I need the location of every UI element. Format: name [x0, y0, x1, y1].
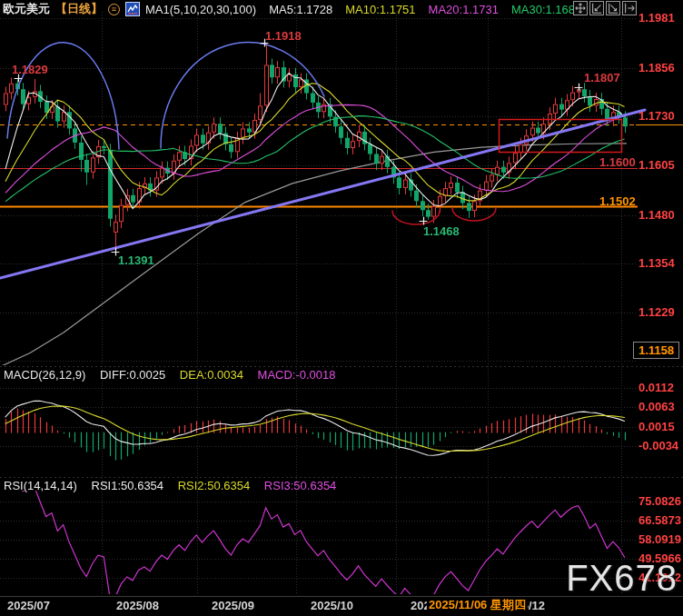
chart-canvas[interactable]: [0, 0, 683, 616]
rsi-axis-label: 58.0919: [638, 533, 681, 545]
annotation-label: 1.1391: [118, 254, 154, 266]
rsi-params-label: RSI(14,14,14): [4, 479, 77, 492]
ma20-value: MA20:1.1731: [429, 3, 499, 16]
chart-window: 欧元美元 【日线】 ≡ MA1(5,10,20,30,100) MA5:1.17…: [0, 0, 683, 616]
rsi-header: RSI(14,14,14) RSI1:50.6354 RSI2:50.6354 …: [4, 479, 347, 492]
macd-axis-label: 0.0015: [638, 421, 675, 432]
price-axis-label: 1.1981: [638, 12, 675, 24]
annotation-label: 1.1807: [584, 72, 620, 84]
crosshair-date-label: 2025/11/06 星期四: [427, 599, 528, 611]
annotation-label: 1.1829: [12, 64, 48, 75]
macd-hist-value: MACD:-0.0018: [258, 368, 336, 382]
header-bar: 欧元美元 【日线】 ≡ MA1(5,10,20,30,100) MA5:1.17…: [3, 2, 575, 16]
price-axis-label: 1.1856: [638, 62, 675, 74]
macd-params-label: MACD(26,12,9): [4, 368, 85, 382]
rsi1-value: RSI1:50.6354: [92, 479, 164, 492]
price-axis-label: 1.1480: [638, 209, 675, 221]
rsi-axis-label: 75.0826: [638, 495, 681, 507]
toolbar: [573, 1, 637, 15]
indicator-chart-icon[interactable]: [125, 2, 140, 16]
scale-axis-right-icon: [607, 2, 619, 15]
ma5-value: MA5:1.1728: [269, 3, 332, 16]
price-axis-label: 1.1229: [638, 306, 675, 318]
macd-axis-label: 0.0063: [638, 401, 675, 412]
macd-axis-label: -0.0034: [638, 440, 678, 452]
macd-header: MACD(26,12,9) DIFF:0.0025 DEA:0.0034 MAC…: [4, 368, 347, 382]
ma30-value: MA30:1.168: [511, 3, 575, 16]
price-axis-label: 1.1730: [638, 110, 675, 122]
period-label[interactable]: 【日线】: [55, 1, 103, 17]
price-axis-label: 1.1605: [638, 159, 675, 171]
rsi3-value: RSI3:50.6354: [264, 479, 337, 492]
annotation-label: 1.1502: [599, 195, 636, 207]
chart-settings-icon[interactable]: ≡: [108, 4, 120, 15]
zigzag-icon: [127, 4, 138, 15]
macd-diff-value: DIFF:0.0025: [100, 368, 165, 382]
pan-button[interactable]: [573, 1, 588, 15]
pan-right-icon: [623, 2, 636, 15]
macd-dea-value: DEA:0.0034: [180, 368, 243, 382]
rsi2-value: RSI2:50.6354: [178, 479, 251, 492]
annotation-label: 1.1468: [423, 225, 460, 237]
symbol-label: 欧元美元: [3, 1, 50, 17]
date-axis-label: 2025/09: [212, 600, 254, 611]
date-axis-label: 2025/08: [116, 600, 159, 611]
date-axis-label: 2025/10: [311, 600, 353, 611]
macd-axis-label: 0.0112: [638, 382, 674, 393]
floating-price-label: 1.1158: [633, 342, 679, 359]
watermark: FX678: [566, 558, 678, 599]
ma-group-label: MA1(5,10,20,30,100): [145, 3, 256, 16]
pan-icon: [574, 2, 587, 15]
rsi-axis-label: 66.5873: [638, 514, 681, 526]
annotation-label: 1.1918: [265, 30, 302, 42]
price-axis-label: 1.1354: [638, 257, 675, 269]
date-axis-label: 2025/07: [7, 600, 50, 611]
ma10-value: MA10:1.1751: [345, 3, 415, 16]
scale-axis-right-button[interactable]: [606, 1, 620, 15]
scale-axis-left-icon: [590, 2, 603, 15]
scale-axis-left-button[interactable]: [589, 1, 604, 15]
annotation-label: 1.1600: [599, 156, 636, 168]
pan-right-button[interactable]: [622, 1, 637, 15]
